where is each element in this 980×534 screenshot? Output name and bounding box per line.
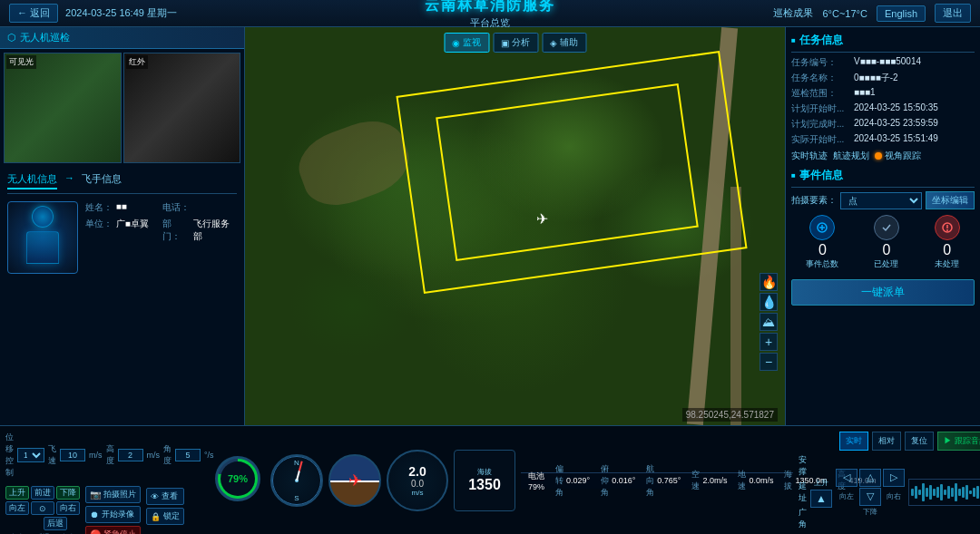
cam-up-btn[interactable]: △	[859, 469, 881, 487]
map-toolbar: ◉ 监视 ▣ 分析 ◈ 辅助	[444, 33, 586, 53]
pilot-dept-value: 飞行服务部	[193, 218, 238, 243]
cam-down-btn[interactable]: ▽	[859, 488, 881, 506]
map-zoom-in[interactable]: +	[760, 333, 778, 351]
map-btn-analysis[interactable]: ▣ 分析	[493, 33, 538, 53]
battery-circle: 79%	[215, 456, 260, 501]
telem-roll: 俯仰角 0.016°	[601, 463, 635, 499]
battery-percentage: 79%	[220, 461, 255, 496]
speed-unit: m/s	[89, 451, 103, 460]
pilot-info: 姓名： ■■ 电话： 单位： 广■卓翼 部门： 飞行服务部	[85, 201, 237, 243]
uav-patrol-icon: ⬡	[7, 32, 16, 44]
video-ir-label: 红外	[126, 55, 148, 69]
map-zoom-fire[interactable]: 🔥	[760, 273, 778, 291]
dispatch-button[interactable]: 一键派单	[791, 279, 975, 306]
dir-up-btn[interactable]: 上升	[5, 486, 29, 500]
patrol-results-link[interactable]: 巡检成果	[773, 6, 813, 20]
uav-map-icon: ✈	[536, 209, 548, 227]
lock-button[interactable]: 🔒 锁定	[146, 508, 184, 525]
cam-right-btn[interactable]: ▷	[883, 469, 905, 487]
bottom-right: 实时 相对 复位 ▶ 跟踪音频 安撑 延址 广角 上升 ▲ ◁ △	[799, 432, 980, 529]
view-angle-dot	[875, 152, 882, 160]
total-events-icon	[809, 215, 835, 240]
cam-left-btn[interactable]: ◁	[836, 469, 858, 487]
logout-button[interactable]: 退出	[935, 4, 971, 23]
record-button[interactable]: ⏺ 开始录像	[85, 506, 141, 523]
center-map[interactable]: ✈ ◉ 监视 ▣ 分析 ◈ 辅助 🔥 💧 ⛰	[245, 27, 785, 425]
bottom-panel: 位移控制 1 飞速 m/s 高度 m/s 角度 °/s 上升 前进 下降 向左	[0, 425, 980, 534]
camera-icon: 📷	[90, 490, 101, 500]
outdoor-label: 延址	[799, 481, 807, 504]
header: ← 返回 2024-03-25 16:49 星期一 云南林草消防服务 平台总览 …	[0, 0, 980, 27]
wide-label: 广角	[799, 507, 807, 530]
assist-icon: ◈	[550, 38, 557, 48]
video-feed-ir[interactable]: 红外	[123, 53, 241, 163]
uav-info-section: 无人机信息 → 飞手信息 姓名： ■■	[0, 167, 244, 425]
height-input[interactable]	[118, 449, 143, 461]
tab-pilot-info[interactable]: 飞手信息	[82, 172, 122, 189]
back-button[interactable]: ← 返回	[9, 4, 58, 23]
event-info-title: 事件信息	[791, 168, 975, 188]
task-no-row: 任务编号： V■■■-■■■50014	[791, 56, 975, 69]
map-btn-monitor[interactable]: ◉ 监视	[444, 33, 489, 53]
video-feeds: 可见光 红外	[0, 49, 244, 167]
language-button[interactable]: English	[877, 5, 926, 22]
event-stats: 0 事件总数 0 已处理 0 未处理	[791, 215, 975, 270]
angle-input[interactable]	[175, 449, 201, 461]
map-zoom-water[interactable]: 💧	[760, 293, 778, 311]
coord-edit-button[interactable]: 坐标编辑	[926, 191, 975, 209]
event-type-select[interactable]: 点	[840, 192, 922, 209]
controls-left: 位移控制 1 飞速 m/s 高度 m/s 角度 °/s 上升 前进 下降 向左	[5, 432, 205, 529]
map-zoom-out[interactable]: −	[760, 353, 778, 371]
battery-display: 79%	[211, 456, 265, 504]
telem-heading: 航向角 0.765°	[646, 463, 681, 499]
pilot-phone-label: 电话：	[162, 201, 190, 214]
dir-right-btn[interactable]: 向右	[56, 501, 80, 515]
unprocessed-stat: 0 未处理	[935, 215, 960, 270]
audio-waveform	[908, 479, 980, 506]
dir-down-btn[interactable]: 下降	[56, 486, 80, 500]
action-buttons: 📷 拍摄照片 ⏺ 开始录像 ⛔ 紧急停止 ▶ 立即启动	[85, 486, 141, 534]
right-panel: 任务信息 任务编号： V■■■-■■■50014 任务名称： 0■■■■子-2 …	[785, 27, 980, 425]
task-name-label: 任务名称：	[791, 72, 850, 84]
speed-input[interactable]	[60, 449, 85, 461]
event-info-section: 事件信息 拍摄要素： 点 坐标编辑 0 事件总数	[791, 168, 975, 420]
telemetry-bar: 电池79% 偏转角 0.029° 俯仰角 0.016° 航向角 0.765° 空…	[521, 472, 793, 489]
task-no-value: V■■■-■■■50014	[854, 56, 921, 69]
record-icon: ⏺	[90, 510, 99, 519]
tracking-button[interactable]: ▶ 跟踪音频	[937, 432, 980, 451]
view-button[interactable]: 👁 查看	[146, 488, 184, 505]
actual-start-label: 实际开始时...	[791, 133, 850, 146]
view-icon: 👁	[151, 492, 159, 501]
up-control-btn[interactable]: ▲	[810, 490, 832, 508]
dir-left-btn[interactable]: 向左	[5, 501, 29, 515]
emergency-stop-button[interactable]: ⛔ 紧急停止	[85, 526, 141, 534]
reposition-button[interactable]: 复位	[905, 432, 934, 451]
realtime-track-status: 实时轨迹	[791, 150, 828, 162]
view-angle-label: 视角跟踪	[885, 150, 921, 162]
flight-plan-status: 航迹规划	[833, 150, 869, 162]
patrol-area-row: 巡检范围： ■■■1	[791, 87, 975, 100]
task-name-row: 任务名称： 0■■■■子-2	[791, 72, 975, 84]
dir-back-btn[interactable]: 后退	[44, 517, 67, 530]
telem-pitch: 偏转角 0.029°	[555, 463, 590, 499]
tab-uav-info[interactable]: 无人机信息	[7, 172, 57, 189]
position-mode-select[interactable]: 1	[17, 448, 44, 462]
total-events-num: 0	[806, 242, 838, 258]
uav-patrol-header: ⬡ 无人机巡检	[0, 27, 244, 49]
dir-forward-btn[interactable]: 前进	[31, 486, 54, 500]
map-zoom-mountain[interactable]: ⛰	[760, 313, 778, 331]
dir-center-btn[interactable]: ⊙	[31, 501, 54, 515]
photo-tab[interactable]: 相对	[872, 432, 901, 451]
realtime-tab[interactable]: 实时	[839, 432, 868, 451]
airspeed-value: 2.0	[408, 464, 426, 479]
compass-instrument: N S	[270, 454, 323, 507]
video-feed-color[interactable]: 可见光	[4, 53, 122, 163]
total-events-label: 事件总数	[806, 258, 838, 270]
instruments-area: 79% N S ✈ 2.0 0.0 m/s 海拔 1350	[211, 432, 515, 529]
task-info-title: 任务信息	[791, 33, 975, 53]
screenshot-button[interactable]: 📷 拍摄照片	[85, 486, 141, 503]
actual-start-value: 2024-03-25 15:51:49	[854, 133, 938, 146]
map-btn-assist[interactable]: ◈ 辅助	[542, 33, 586, 53]
plan-end-row: 计划完成时... 2024-03-25 23:59:59	[791, 118, 975, 131]
speed-label: 飞速	[48, 443, 56, 467]
